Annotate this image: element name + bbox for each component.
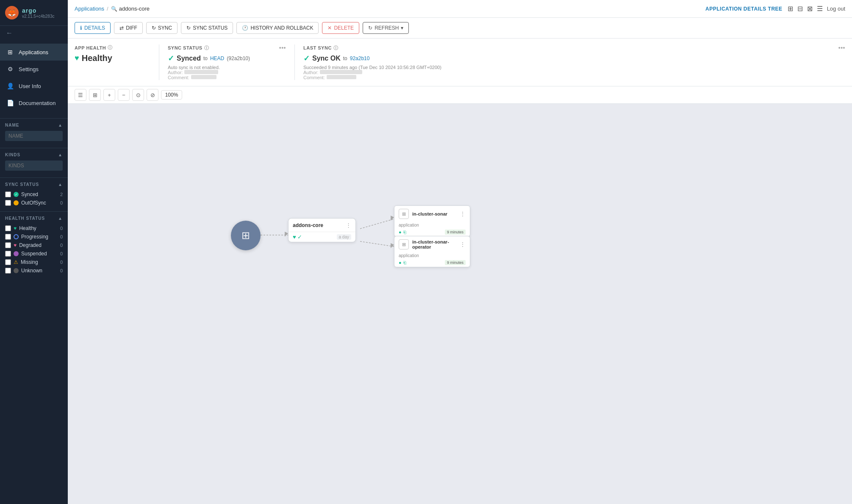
name-filter-input[interactable]	[5, 131, 63, 141]
last-sync-comment-row: Comment:	[303, 75, 845, 80]
child-node-in-cluster-sonar-operator[interactable]: ⊞ in-cluster-sonar-operator ⋮ applicatio…	[394, 236, 470, 267]
sync-filter-synced: ✓ Synced 2	[5, 190, 63, 199]
sync-author-row: Author:	[168, 70, 286, 75]
logo-version: v2.11.5+c4b283c	[22, 14, 54, 19]
history-rollback-button[interactable]: 🕐 HISTORY AND ROLLBACK	[236, 22, 319, 34]
sync-outofsync-checkbox[interactable]	[5, 200, 11, 206]
logout-button[interactable]: Log out	[827, 6, 845, 12]
sync-synced-checkbox[interactable]	[5, 191, 11, 197]
app-node-footer: ♥ ✓ a day	[289, 232, 355, 242]
topbar-icons: ⊞ ⊟ ⊠ ☰ Log out	[788, 5, 845, 13]
unknown-count: 0	[60, 268, 63, 273]
child-sonar-link-icon[interactable]: ⎗	[403, 230, 406, 235]
sync-button[interactable]: ↻ SYNC	[146, 22, 178, 34]
canvas-area[interactable]: ⊞ addons-core ⋮ ♥ ✓ a day ⊞ in-cluster-s…	[68, 104, 852, 504]
remove-btn[interactable]: −	[118, 89, 130, 101]
sync-status-button[interactable]: ↻ SYNC STATUS	[181, 22, 233, 34]
details-button[interactable]: ℹ DETAILS	[75, 22, 111, 34]
refresh-button[interactable]: ↻ REFRESH ▾	[363, 22, 409, 34]
sync-status-title: SYNC STATUS ▲	[5, 182, 63, 187]
name-filter-section: NAME ▲	[0, 118, 68, 148]
child-node-operator-actions: ● ⎗ 9 minutes	[394, 260, 470, 267]
diff-button[interactable]: ⇄ DIFF	[114, 22, 143, 34]
list-icon[interactable]: ☰	[817, 5, 823, 13]
last-sync-label: LAST SYNC ⓘ •••	[303, 44, 845, 51]
sync-collapse-icon[interactable]: ▲	[58, 182, 63, 187]
health-degraded-checkbox[interactable]	[5, 242, 11, 248]
actionbar: ℹ DETAILS ⇄ DIFF ↻ SYNC ↻ SYNC STATUS 🕐 …	[68, 18, 852, 39]
sidebar-item-applications-label: Applications	[19, 49, 48, 55]
last-sync-to-text: to	[343, 55, 347, 61]
back-button[interactable]: ←	[0, 26, 68, 40]
child-node-sonar-actions: ● ⎗ 9 minutes	[394, 230, 470, 236]
child-operator-link-icon[interactable]: ⎗	[403, 260, 406, 265]
sidebar-item-documentation[interactable]: 📄 Documentation	[0, 94, 68, 111]
logo-text: argo v2.11.5+c4b283c	[22, 7, 54, 19]
health-healthy-checkbox[interactable]	[5, 225, 11, 231]
last-sync-author-row: Author:	[303, 70, 845, 75]
user-icon: 👤	[6, 82, 14, 90]
breadcrumb-applications-link[interactable]: Applications	[75, 6, 104, 12]
kinds-collapse-icon[interactable]: ▲	[58, 152, 63, 157]
last-sync-hash-link[interactable]: 92a2b10	[350, 55, 370, 61]
app-node-addons-core[interactable]: addons-core ⋮ ♥ ✓ a day	[288, 218, 356, 242]
degraded-heart-icon: ♥	[14, 242, 17, 248]
name-filter-title: NAME ▲	[5, 123, 63, 127]
breadcrumb: Applications / 🔍 addons-core	[75, 6, 150, 12]
sync-comment-row: Comment:	[168, 75, 286, 80]
app-node-title: addons-core	[293, 222, 342, 228]
grid-icon[interactable]: ⊟	[797, 5, 803, 13]
kinds-filter-input[interactable]	[5, 161, 63, 171]
health-unknown-checkbox[interactable]	[5, 268, 11, 274]
sync-filter-outofsync: OutOfSync 0	[5, 199, 63, 207]
add-btn[interactable]: +	[103, 89, 115, 101]
sync-status-info-icon: ⓘ	[204, 45, 209, 51]
zoom-fit-btn[interactable]: ⊙	[132, 89, 144, 101]
health-suspended-checkbox[interactable]	[5, 251, 11, 257]
child-node-sonar-header: ⊞ in-cluster-sonar ⋮	[394, 206, 470, 222]
child-node-operator-menu-icon[interactable]: ⋮	[460, 241, 466, 248]
suspended-icon	[14, 251, 19, 256]
network-icon[interactable]: ⊠	[807, 5, 813, 13]
delete-button[interactable]: ✕ DELETE	[322, 22, 359, 34]
canvas-toolbar: ☰ ⊞ + − ⊙ ⊘ 100%	[68, 86, 852, 104]
sidebar-item-applications[interactable]: ⊞ Applications	[0, 44, 68, 61]
sync-head-link[interactable]: HEAD	[210, 55, 224, 61]
app-node-time: a day	[337, 234, 351, 240]
sync-to-text: to	[203, 55, 208, 61]
sidebar-item-user-info[interactable]: 👤 User Info	[0, 78, 68, 94]
zoom-out-btn[interactable]: ⊘	[147, 89, 158, 101]
doc-icon: 📄	[6, 99, 14, 107]
child-node-sonar-menu-icon[interactable]: ⋮	[460, 210, 466, 217]
sync-status-more-icon[interactable]: •••	[279, 44, 286, 51]
app-node-menu-icon[interactable]: ⋮	[346, 222, 351, 228]
grid-view-btn[interactable]: ⊞	[89, 89, 101, 101]
hierarchy-icon[interactable]: ⊞	[788, 5, 793, 13]
app-details-tree-link[interactable]: APPLICATION DETAILS TREE	[705, 6, 783, 12]
app-node-status: ♥ ✓	[293, 234, 302, 240]
root-node[interactable]: ⊞	[231, 221, 261, 250]
sidebar: 🦊 argo v2.11.5+c4b283c ← ⊞ Applications …	[0, 0, 68, 504]
refresh-icon: ↻	[368, 25, 372, 31]
graph-lines	[68, 104, 852, 504]
app-health-value: ♥ Healthy	[75, 53, 150, 63]
health-collapse-icon[interactable]: ▲	[58, 216, 63, 221]
health-progressing-checkbox[interactable]	[5, 234, 11, 240]
list-view-btn[interactable]: ☰	[75, 89, 86, 101]
sidebar-item-settings[interactable]: ⚙ Settings	[0, 61, 68, 78]
synced-label: Synced	[21, 191, 38, 197]
degraded-count: 0	[60, 243, 63, 248]
sync-auto-note: Auto sync is not enabled.	[168, 65, 286, 70]
sync-status-icon: ↻	[186, 25, 191, 31]
last-sync-more-icon[interactable]: •••	[838, 44, 845, 51]
sidebar-item-settings-label: Settings	[19, 66, 39, 72]
name-collapse-icon[interactable]: ▲	[58, 123, 63, 127]
child-node-in-cluster-sonar[interactable]: ⊞ in-cluster-sonar ⋮ application ● ⎗ 9 m…	[394, 205, 470, 237]
unknown-label: Unknown	[21, 268, 42, 274]
suspended-label: Suspended	[21, 251, 47, 257]
health-filter-missing: ⚠ Missing 0	[5, 258, 63, 266]
sync-author-value	[184, 70, 218, 74]
outofsync-count: 0	[60, 200, 63, 205]
health-missing-checkbox[interactable]	[5, 259, 11, 265]
sidebar-nav: ⊞ Applications ⚙ Settings 👤 User Info 📄 …	[0, 40, 68, 115]
